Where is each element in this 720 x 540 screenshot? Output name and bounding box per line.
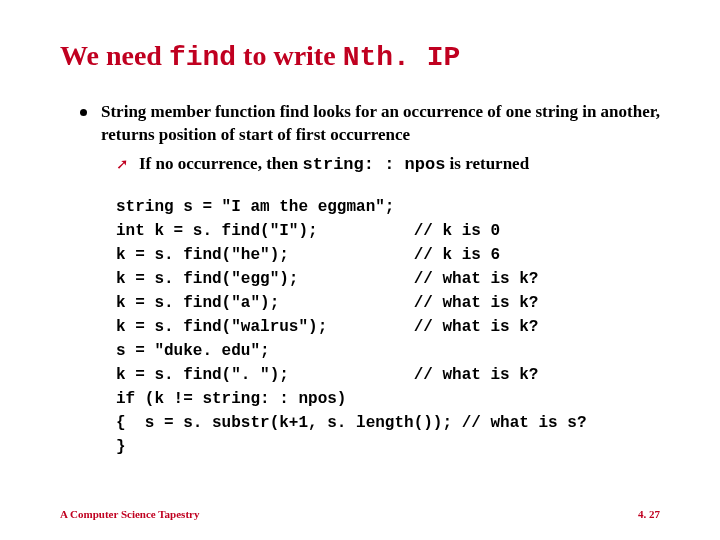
code-line: } (116, 438, 126, 456)
bullet-item: String member function find looks for an… (80, 101, 660, 147)
code-line: k = s. find("he"); // k is 6 (116, 246, 500, 264)
title-code2: Nth. IP (343, 42, 461, 73)
footer-right: 4. 27 (638, 508, 660, 520)
code-line: k = s. find("egg"); // what is k? (116, 270, 538, 288)
code-line: string s = "I am the eggman"; (116, 198, 394, 216)
title-part2: to write (236, 40, 343, 71)
bullet-dot-icon (80, 109, 87, 116)
title-part1: We need (60, 40, 169, 71)
slide-title: We need find to write Nth. IP (60, 40, 660, 73)
sub-bullet-item: ➚ If no occurrence, then string: : npos … (116, 153, 660, 177)
sub-code: string: : npos (303, 155, 446, 174)
code-line: { s = s. substr(k+1, s. length()); // wh… (116, 414, 586, 432)
code-line: if (k != string: : npos) (116, 390, 346, 408)
footer-left: A Computer Science Tapestry (60, 508, 199, 520)
code-line: k = s. find(". "); // what is k? (116, 366, 538, 384)
title-code1: find (169, 42, 236, 73)
arrow-icon: ➚ (116, 155, 129, 173)
code-line: k = s. find("a"); // what is k? (116, 294, 538, 312)
code-line: s = "duke. edu"; (116, 342, 270, 360)
bullet-text: String member function find looks for an… (101, 101, 660, 147)
sub-bullet-text: If no occurrence, then string: : npos is… (139, 153, 529, 177)
sub-part2: is returned (445, 154, 529, 173)
code-block: string s = "I am the eggman"; int k = s.… (116, 195, 660, 459)
slide-footer: A Computer Science Tapestry 4. 27 (60, 508, 660, 520)
sub-part1: If no occurrence, then (139, 154, 303, 173)
code-line: int k = s. find("I"); // k is 0 (116, 222, 500, 240)
code-line: k = s. find("walrus"); // what is k? (116, 318, 538, 336)
